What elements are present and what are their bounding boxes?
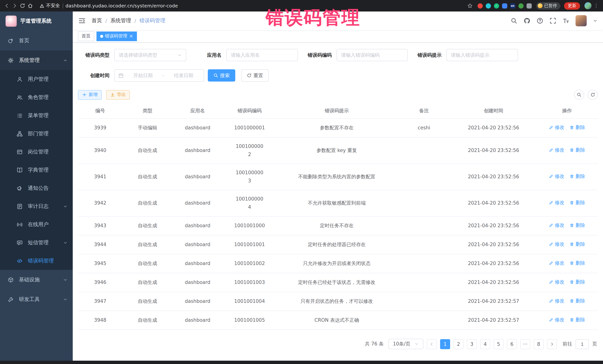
- browser-menu-icon[interactable]: [593, 3, 599, 9]
- sidebar-item-notice[interactable]: 通知公告: [0, 179, 73, 197]
- reload-icon[interactable]: [19, 3, 26, 9]
- sidebar-logo[interactable]: 芋道管理系统: [0, 11, 73, 31]
- sidebar-item-system-management[interactable]: 系统管理: [0, 50, 73, 70]
- github-icon[interactable]: [524, 17, 530, 24]
- toggle-search-button[interactable]: [574, 90, 584, 100]
- hamburger-icon[interactable]: [78, 17, 86, 24]
- browser-update-button[interactable]: 更新: [564, 2, 580, 10]
- teal-drop-extension-icon[interactable]: [486, 3, 491, 8]
- home-icon[interactable]: [27, 3, 33, 9]
- avatar-caret-icon[interactable]: [593, 19, 597, 23]
- browser-profile-avatar[interactable]: [584, 2, 591, 9]
- pager-page-4[interactable]: 4: [480, 339, 490, 349]
- pager-page-8[interactable]: 8: [533, 339, 544, 349]
- edit-button[interactable]: 修改: [549, 123, 564, 132]
- pager-prev-button[interactable]: [427, 339, 437, 349]
- edit-button[interactable]: 修改: [549, 221, 564, 230]
- pager-page-5[interactable]: 5: [494, 339, 504, 349]
- error-code-input[interactable]: [336, 49, 408, 61]
- edit-button[interactable]: 修改: [549, 146, 564, 154]
- error-hint-input[interactable]: [446, 49, 518, 61]
- refresh-table-button[interactable]: [588, 90, 598, 100]
- green-leaf-extension-icon[interactable]: [518, 3, 523, 8]
- pager-ellipsis[interactable]: ···: [520, 339, 530, 349]
- cell-id: 3943: [78, 216, 122, 235]
- goto-page-input[interactable]: [576, 339, 589, 349]
- screen: 不安全 dashboard.yudao.iocoder.cn/system/er…: [0, 0, 603, 364]
- cell-actions: 修改删除: [536, 235, 598, 254]
- edit-button[interactable]: 修改: [549, 278, 564, 286]
- pager-page-2[interactable]: 2: [453, 339, 464, 349]
- user-avatar[interactable]: [576, 15, 587, 26]
- sidebar-item-home[interactable]: 首页: [0, 31, 73, 50]
- delete-button[interactable]: 删除: [570, 259, 585, 267]
- security-chip[interactable]: 不安全: [39, 3, 60, 9]
- app-name-input[interactable]: [226, 49, 298, 61]
- sidebar-item-dev-tools[interactable]: 研发工具: [0, 289, 73, 309]
- emoji-icon: [537, 3, 542, 8]
- search-button[interactable]: 搜索: [208, 69, 235, 82]
- page-size-select[interactable]: 10条/页: [389, 339, 423, 349]
- delete-button[interactable]: 删除: [570, 221, 585, 230]
- puzzle-extension-icon[interactable]: [526, 3, 532, 8]
- date-range-picker[interactable]: 开始日期 - 结束日期: [114, 69, 204, 82]
- sidebar-item-user-management[interactable]: 用户管理: [0, 70, 73, 88]
- sidebar-item-dept-management[interactable]: 部门管理: [0, 124, 73, 143]
- cell-id: 3944: [78, 235, 122, 254]
- search-icon[interactable]: [510, 17, 517, 24]
- delete-button[interactable]: 删除: [570, 278, 585, 286]
- fullscreen-icon[interactable]: [550, 17, 556, 24]
- on-badge-extension-icon[interactable]: on: [510, 3, 515, 8]
- sidebar-item-sms-management[interactable]: 短信管理: [0, 233, 73, 252]
- sidebar-item-menu-management[interactable]: 菜单管理: [0, 106, 73, 124]
- delete-button[interactable]: 删除: [570, 123, 585, 132]
- delete-button[interactable]: 删除: [570, 240, 585, 248]
- table-row: 3948自动生成dashboard1001001005CRON 表达式不正确20…: [78, 311, 598, 330]
- close-icon[interactable]: [129, 34, 133, 38]
- bookmark-star-icon[interactable]: [467, 3, 473, 9]
- pager-page-1[interactable]: 1: [440, 339, 450, 349]
- page-content: 错误码类型 请选择错误码类型 应用名 错误码编码 错误码提示 创建时间: [73, 43, 603, 364]
- sidebar-item-infrastructure[interactable]: 基础设施: [0, 270, 73, 289]
- edit-button[interactable]: 修改: [549, 199, 564, 207]
- edit-button[interactable]: 修改: [549, 316, 564, 324]
- pager-next-button[interactable]: [547, 339, 557, 349]
- error-type-select[interactable]: 请选择错误码类型: [114, 49, 186, 61]
- cell-time: 2021-04-20 23:52:57: [451, 292, 536, 311]
- sidebar-item-role-management[interactable]: 角色管理: [0, 88, 73, 106]
- delete-button[interactable]: 删除: [570, 316, 585, 324]
- delete-button[interactable]: 删除: [570, 297, 585, 305]
- address-bar[interactable]: 不安全 dashboard.yudao.iocoder.cn/system/er…: [39, 3, 178, 9]
- forward-icon[interactable]: [12, 3, 18, 9]
- tag-error-code[interactable]: 错误码管理: [96, 31, 137, 41]
- sidebar-item-error-code-management[interactable]: 错误码管理: [0, 252, 73, 270]
- export-button[interactable]: 导出: [106, 90, 130, 99]
- edit-button[interactable]: 修改: [549, 297, 564, 305]
- paused-badge[interactable]: 已暂停: [536, 2, 560, 10]
- breadcrumb-system[interactable]: 系统管理: [110, 17, 131, 24]
- delete-button[interactable]: 删除: [570, 199, 585, 207]
- edit-button[interactable]: 修改: [549, 240, 564, 248]
- reset-button[interactable]: 重置: [241, 69, 269, 82]
- delete-button[interactable]: 删除: [570, 146, 585, 154]
- breadcrumb-home[interactable]: 首页: [92, 17, 102, 24]
- back-icon[interactable]: [4, 3, 10, 9]
- edit-button[interactable]: 修改: [549, 259, 564, 267]
- red-circle-extension-icon[interactable]: [477, 3, 483, 8]
- sidebar-item-online-users[interactable]: 在线用户: [0, 215, 73, 233]
- error-hint-label: 错误码提示: [417, 52, 446, 58]
- sidebar-item-audit-log[interactable]: 审计日志: [0, 197, 73, 215]
- help-icon[interactable]: [537, 17, 543, 24]
- pager-page-6[interactable]: 6: [507, 339, 517, 349]
- pager-page-3[interactable]: 3: [467, 339, 477, 349]
- sidebar-item-dict-management[interactable]: 字典管理: [0, 161, 73, 179]
- security-label: 不安全: [46, 3, 60, 9]
- green-check-extension-icon[interactable]: ✓: [494, 3, 499, 8]
- blue-grid-extension-icon[interactable]: [502, 3, 507, 8]
- sidebar-item-post-management[interactable]: 岗位管理: [0, 143, 73, 161]
- add-button[interactable]: 新增: [78, 90, 102, 99]
- tag-home[interactable]: 首页: [78, 31, 94, 41]
- delete-button[interactable]: 删除: [570, 172, 585, 180]
- edit-button[interactable]: 修改: [549, 172, 564, 180]
- font-size-icon[interactable]: [563, 17, 569, 24]
